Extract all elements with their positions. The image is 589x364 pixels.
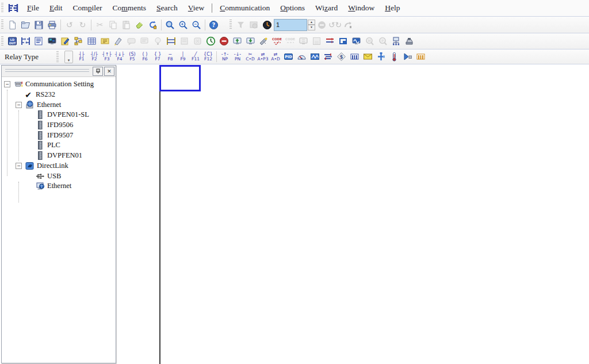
device-table-button[interactable] (85, 35, 98, 48)
menu-compiler[interactable]: Compiler (68, 2, 108, 14)
run-timer-button[interactable] (204, 35, 217, 48)
ladder-selection-cursor[interactable] (159, 65, 201, 91)
module-icon (35, 110, 45, 119)
relay-type-combobox[interactable]: Relay Type (0, 52, 55, 62)
device-comm-button[interactable] (403, 35, 416, 48)
menu-file[interactable]: File (22, 2, 44, 14)
coil-out-button[interactable]: ( )F6 (139, 51, 151, 63)
ladder-mode-button[interactable] (19, 35, 32, 48)
panel-drag-handle[interactable] (5, 69, 89, 74)
step-count-input[interactable]: 1 (274, 19, 307, 31)
tree-item-ethernet[interactable]: −Ethernet (2, 99, 116, 110)
clock-timer-button[interactable] (261, 18, 274, 31)
gauge-wizard-button[interactable] (295, 51, 308, 63)
cut-cd-button[interactable]: ✂C•D (244, 51, 257, 63)
contact-closed-button[interactable]: ┤/├F2 (88, 51, 101, 63)
toolbar-grip[interactable] (1, 36, 3, 47)
code-check-button[interactable]: CODE (270, 35, 284, 48)
instruction-mode-button[interactable] (32, 35, 45, 48)
toolbar-grip[interactable] (1, 20, 3, 30)
menu-wizard[interactable]: Wizard (310, 2, 343, 14)
network-monitor-button[interactable] (389, 35, 403, 48)
save-disk-button[interactable] (32, 18, 45, 31)
upload-plc-button[interactable] (231, 35, 244, 48)
menu-edit[interactable]: Edit (44, 2, 68, 14)
menu-help[interactable]: Help (380, 2, 405, 14)
project-hierarchy-button[interactable] (72, 35, 85, 48)
eraser-button[interactable] (133, 18, 146, 31)
print-button[interactable] (45, 18, 59, 31)
contact-open-button[interactable]: ┤├F1 (75, 51, 88, 63)
step-count-stepper[interactable]: ▲▼ (308, 20, 315, 30)
menu-view[interactable]: View (183, 2, 209, 14)
zoom-in-button[interactable] (177, 18, 190, 31)
stop-red-button[interactable] (217, 35, 231, 48)
counter-blue-button[interactable] (348, 51, 361, 63)
toolbar-grip[interactable] (230, 20, 232, 30)
step-play-button[interactable] (401, 51, 414, 63)
scope-monitor-button[interactable] (350, 35, 363, 48)
new-page-button[interactable] (6, 18, 19, 31)
vertical-line-button[interactable]: │F9 (177, 51, 189, 63)
svg-text:OUT: OUT (9, 41, 16, 45)
keypad-entry-button[interactable] (98, 35, 112, 48)
tree-item-usb[interactable]: USB (2, 171, 116, 181)
relay-type-dropdown-button[interactable]: ▾ (64, 51, 73, 63)
pin-icon[interactable] (93, 67, 103, 76)
menu-comments[interactable]: Comments (108, 2, 152, 14)
dollar-diamond-button[interactable]: $ (335, 51, 348, 63)
contact-falling-button[interactable]: ┤↓├F4 (113, 51, 126, 63)
close-icon[interactable]: ✕ (104, 67, 114, 76)
menu-window[interactable]: Window (343, 2, 380, 14)
toolbar-grip[interactable] (56, 51, 59, 63)
highlight-marker-button[interactable] (112, 35, 125, 48)
menu-options[interactable]: Options (275, 2, 310, 14)
window-corner-button[interactable] (336, 35, 350, 48)
tree-item-directlink[interactable]: −DirectLink (2, 161, 116, 171)
svg-text:P: P (381, 39, 384, 43)
tree-item-communication-setting[interactable]: −Communication Setting (2, 79, 116, 90)
mail-envelope-button[interactable] (361, 51, 374, 63)
tree-panel-header[interactable]: ✕ (2, 66, 116, 77)
tree-item-label: Ethernet (37, 101, 61, 109)
application-instruction-button[interactable]: { }F7 (151, 51, 164, 63)
thermometer-button[interactable] (388, 51, 401, 63)
zoom-fit-button[interactable] (163, 18, 177, 31)
coil-set-button[interactable]: (S)F5 (126, 51, 139, 63)
zoom-out-button[interactable] (190, 18, 203, 31)
sfc-mode-button[interactable] (45, 35, 59, 48)
tree-expander-icon[interactable]: − (4, 81, 10, 87)
convert-ad-button[interactable]: ⇄A•D (269, 51, 282, 63)
compare-block-button[interactable]: {C}F12 (202, 51, 215, 63)
open-folder-button[interactable] (19, 18, 32, 31)
sequence-compare-button[interactable] (322, 51, 335, 63)
menu-search[interactable]: Search (151, 2, 183, 14)
tree-item-label: Ethernet (47, 182, 71, 190)
scope-wave-button[interactable] (308, 51, 322, 63)
counter-orange-button[interactable] (414, 51, 427, 63)
ld-out-mode-button[interactable]: LDOUT (6, 35, 19, 48)
download-plc-button[interactable] (244, 35, 257, 48)
pid-block-button[interactable]: PID (282, 51, 295, 63)
transfer-plc-button (297, 35, 310, 48)
line-compare-button[interactable] (323, 35, 336, 48)
help-button[interactable]: ? (207, 18, 220, 31)
comment-edit-button[interactable] (59, 35, 72, 48)
tree-expander-icon[interactable]: − (16, 163, 22, 169)
toolbar-grip[interactable] (1, 3, 3, 13)
convert-ap3-button[interactable]: ⇄A•P3 (257, 51, 269, 63)
menu-communication[interactable]: Communication (215, 2, 275, 14)
falling-pulse-button[interactable]: -↓-PN (231, 51, 244, 63)
ladder-comment-button[interactable] (165, 35, 178, 48)
rising-pulse-button[interactable]: -↑-NP (219, 51, 231, 63)
transfer-disk-button (310, 35, 323, 48)
link-rotate-button[interactable] (146, 18, 159, 31)
tree-expander-icon[interactable]: − (16, 102, 22, 108)
slanted-line-button[interactable]: ╱F11 (189, 51, 202, 63)
contact-rising-button[interactable]: ┤↑├F3 (101, 51, 113, 63)
tree-item-rs232[interactable]: ✔RS232 (2, 90, 116, 100)
valve-pipe-button[interactable] (374, 51, 388, 63)
horizontal-line-button[interactable]: ─F8 (164, 51, 177, 63)
satellite-monitor-button[interactable] (257, 35, 270, 48)
hint-bulb-button (151, 35, 165, 48)
